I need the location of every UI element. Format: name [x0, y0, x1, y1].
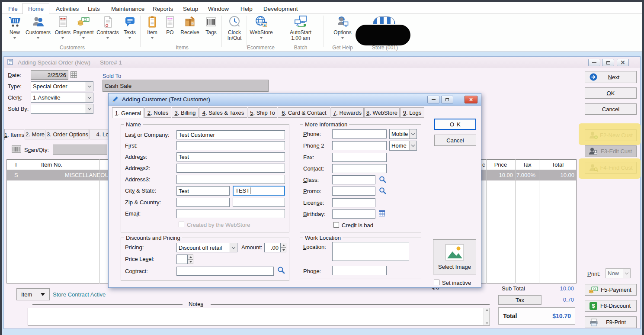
ribbon-orders-button[interactable]: Orders — [53, 15, 73, 39]
menu-lists[interactable]: Lists — [85, 3, 103, 14]
menu-reports[interactable]: Reports — [150, 3, 176, 14]
first-input[interactable] — [176, 141, 285, 150]
f9-print-button[interactable]: F9-Print — [585, 316, 637, 328]
ribbon-options-button[interactable]: Options — [329, 15, 356, 39]
chevron-down-icon[interactable] — [86, 82, 93, 91]
dialog-tab-sales-taxes[interactable]: 4. Sales & Taxes — [199, 107, 247, 118]
clerk-combo[interactable]: 1-Asheville — [31, 93, 93, 103]
dialog-tab-card-contact[interactable]: 6. Card & Contact — [278, 107, 330, 118]
ribbon-item-button[interactable]: Item — [144, 15, 161, 39]
type-combo[interactable]: Special Order — [31, 81, 93, 91]
col-header-tax[interactable]: Tax — [515, 161, 539, 168]
phone-type-combo[interactable]: Mobile — [389, 129, 417, 139]
menu-window[interactable]: Window — [205, 3, 232, 14]
calendar-grid-icon[interactable] — [70, 71, 77, 79]
scan-qty-input[interactable] — [53, 145, 107, 155]
set-inactive-checkbox[interactable] — [434, 280, 439, 285]
item-menu-button[interactable]: Item — [16, 288, 50, 300]
select-image-button[interactable]: Select Image — [433, 239, 476, 274]
close-button[interactable]: ✕ — [617, 59, 629, 66]
country-input[interactable] — [233, 198, 285, 207]
birthday-input[interactable] — [332, 209, 375, 219]
address2-input[interactable] — [176, 164, 285, 173]
license-input[interactable] — [332, 198, 375, 207]
amount-spinner[interactable] — [281, 243, 286, 252]
store-awning-icon[interactable] — [373, 16, 395, 24]
ribbon-receive-button[interactable]: Receive — [178, 15, 202, 35]
ok-button[interactable]: OK — [585, 87, 637, 99]
contact-input[interactable] — [332, 164, 387, 173]
calendar-icon[interactable] — [379, 210, 385, 218]
webstore-created-checkbox[interactable] — [179, 222, 184, 227]
menu-development[interactable]: Development — [260, 3, 301, 14]
menu-file[interactable]: File — [5, 3, 21, 14]
f3-edit-cust-button[interactable]: F3-Edit Cust — [585, 145, 637, 157]
zip-input[interactable] — [176, 198, 230, 207]
price-level-input[interactable] — [176, 254, 188, 264]
cancel-button[interactable]: Cancel — [585, 103, 637, 115]
tab-items[interactable]: 1. Items — [4, 129, 24, 140]
amount-input[interactable]: .00 — [264, 243, 281, 252]
dialog-tab-webstore[interactable]: 8. WebStore — [364, 107, 400, 118]
chevron-down-icon[interactable] — [86, 93, 93, 102]
dialog-ok-button[interactable]: OK — [434, 119, 476, 130]
chevron-down-icon[interactable] — [409, 141, 417, 150]
city-input[interactable]: Test — [176, 186, 230, 196]
dialog-close-button[interactable]: ✕ — [465, 96, 477, 103]
date-field[interactable]: 2/25/26 — [31, 70, 68, 80]
menu-help[interactable]: Help — [237, 3, 256, 14]
dialog-minimize-button[interactable] — [427, 96, 439, 103]
price-level-spinner[interactable] — [188, 254, 193, 264]
dialog-titlebar[interactable]: Adding Customer (Test Customer) — [109, 93, 481, 106]
menu-maintenance[interactable]: Maintenance — [108, 3, 147, 14]
scroll-down-icon[interactable] — [486, 322, 488, 324]
pricing-combo[interactable]: Discount off retail — [176, 243, 237, 252]
ribbon-tags-button[interactable]: Tags — [202, 15, 221, 35]
location-textarea[interactable] — [332, 242, 409, 261]
scroll-up-icon[interactable] — [486, 309, 488, 311]
ribbon-new-button[interactable]: New — [5, 15, 24, 39]
dialog-restore-button[interactable] — [441, 96, 453, 103]
chevron-down-icon[interactable] — [409, 129, 417, 139]
ribbon-webstore-button[interactable]: WebStore — [247, 15, 275, 39]
col-header-t[interactable]: T — [14, 161, 18, 168]
search-icon[interactable] — [379, 176, 386, 184]
search-icon[interactable] — [379, 187, 386, 196]
class-input[interactable] — [332, 175, 375, 184]
f2-new-cust-button[interactable]: F2-New Cust — [585, 129, 637, 141]
dialog-tab-ship-to[interactable]: 5. Ship To — [248, 107, 277, 118]
email-input[interactable] — [176, 209, 285, 218]
notes-textarea[interactable] — [28, 308, 490, 325]
credit-bad-checkbox[interactable] — [333, 222, 339, 228]
dialog-tab-general[interactable]: 1. General — [112, 107, 144, 118]
ribbon-po-button[interactable]: PO — [162, 15, 178, 35]
print-combo[interactable]: Now — [606, 268, 631, 278]
tax-button[interactable]: Tax — [498, 295, 541, 305]
phone2-type-combo[interactable]: Home — [389, 141, 417, 151]
phone-input[interactable] — [332, 129, 387, 139]
contract-input[interactable] — [176, 267, 274, 276]
menu-setup[interactable]: Setup — [180, 3, 201, 14]
restore-button[interactable] — [602, 59, 614, 66]
fax-input[interactable] — [332, 153, 387, 162]
minimize-button[interactable] — [588, 59, 600, 66]
next-button[interactable]: Next — [585, 71, 637, 83]
dialog-tab-logs[interactable]: 9. Logs — [400, 107, 424, 118]
promo-input[interactable] — [332, 187, 375, 196]
col-header-item-no[interactable]: Item No. — [41, 161, 62, 168]
ribbon-autostart-button[interactable]: AutoStart1:00 am — [281, 15, 320, 41]
phone2-input[interactable] — [332, 141, 387, 150]
dialog-tab-billing[interactable]: 3. Billing — [172, 107, 199, 118]
ribbon-customers-button[interactable]: Customers — [24, 15, 52, 39]
col-header-price[interactable]: Price — [486, 161, 515, 168]
address-input[interactable]: Test — [176, 152, 285, 161]
work-phone-input[interactable] — [332, 266, 387, 275]
ribbon-contracts-button[interactable]: Contracts — [95, 15, 120, 39]
chevron-down-icon[interactable] — [623, 269, 630, 278]
search-icon[interactable] — [277, 266, 285, 275]
chevron-down-icon[interactable] — [230, 243, 237, 252]
soldby-combo[interactable] — [31, 104, 93, 114]
ribbon-payment-button[interactable]: Payment — [73, 15, 94, 39]
col-header-disc[interactable]: c — [482, 161, 485, 168]
soldto-field[interactable]: Cash Sale — [103, 80, 269, 92]
